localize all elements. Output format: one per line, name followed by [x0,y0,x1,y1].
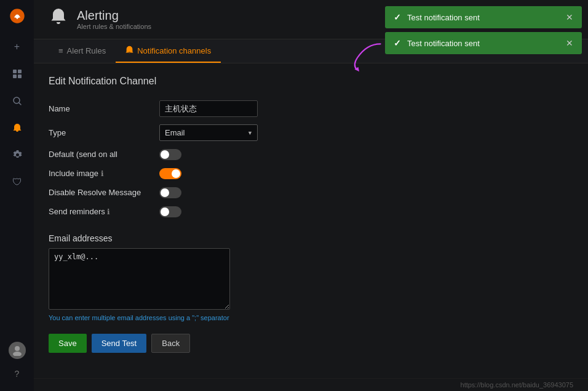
disable-resolve-toggle-container [159,183,307,202]
tab-notification-channels[interactable]: Notification channels [116,39,221,63]
notification-form: Name Type Email Slack PagerDuty Webhook … [49,97,307,221]
include-image-toggle[interactable] [159,168,181,179]
svg-point-7 [13,352,22,356]
toast-2-check-icon: ✓ [394,38,401,48]
sidebar-item-settings[interactable] [5,143,30,167]
svg-rect-3 [13,75,17,78]
send-test-button[interactable]: Send Test [92,334,147,353]
header-text: Alerting Alert rules & notifications [77,9,151,30]
toast-1: ✓ Test notification sent ✕ [385,6,582,28]
disable-resolve-label: Disable Resolve Message [49,183,159,202]
toast-1-check-icon: ✓ [394,12,401,22]
email-section: Email addresses yy_xlm@... You can enter… [49,233,233,321]
send-reminders-toggle[interactable] [159,206,181,217]
send-reminders-info-icon[interactable]: ℹ [107,208,110,216]
sidebar-item-explore[interactable] [5,89,30,113]
sidebar-item-help[interactable]: ? [5,361,30,386]
toast-1-close-icon[interactable]: ✕ [566,12,573,22]
back-button[interactable]: Back [151,334,190,353]
notification-channels-icon [125,46,133,55]
svg-point-6 [15,346,20,351]
name-input[interactable] [159,100,258,117]
include-image-info-icon[interactable]: ℹ [101,169,104,178]
page-subtitle: Alert rules & notifications [77,23,151,30]
email-addresses-label: Email addresses [49,233,233,243]
type-select[interactable]: Email Slack PagerDuty Webhook [159,124,258,141]
toast-2-message: Test notification sent [407,39,560,48]
sidebar: + 🛡 ? [0,0,34,391]
name-field-container [159,97,307,121]
send-test-label: Send Test [101,339,137,348]
sidebar-item-dashboard[interactable] [5,62,30,86]
send-reminders-label: Send reminders ℹ [49,202,159,221]
send-reminders-toggle-container [159,202,307,221]
save-button[interactable]: Save [49,334,87,353]
tab-alert-rules-label: Alert Rules [67,46,106,55]
content-area: Edit Notification Channel Name Type Emai… [34,63,588,378]
toast-container: ✓ Test notification sent ✕ ✓ Test notifi… [385,6,582,54]
email-addresses-input[interactable]: yy_xlm@... [49,248,230,310]
sidebar-bottom: ? [5,342,30,386]
footer: https://blog.csdn.net/baidu_36943075 [34,378,588,391]
alert-rules-icon: ≡ [58,46,63,55]
name-label: Name [49,97,159,121]
tab-alert-rules[interactable]: ≡ Alert Rules [49,39,116,63]
edit-section-title: Edit Notification Channel [49,76,573,87]
avatar[interactable] [9,342,26,359]
default-toggle[interactable] [159,149,181,160]
sidebar-item-shield[interactable]: 🛡 [5,170,30,195]
tab-notification-channels-label: Notification channels [137,46,211,55]
sidebar-item-alerting[interactable] [5,116,30,140]
toast-1-message: Test notification sent [407,13,560,22]
footer-url: https://blog.csdn.net/baidu_36943075 [461,381,573,389]
email-hint: You can enter multiple email addresses u… [49,314,233,321]
include-image-label: Include image ℹ [49,164,159,183]
svg-rect-4 [18,75,22,78]
button-row: Save Send Test Back [49,334,573,353]
sidebar-item-add[interactable]: + [5,34,30,59]
include-image-toggle-container [159,164,307,183]
type-label: Type [49,121,159,145]
svg-rect-1 [13,70,17,73]
toast-2-close-icon[interactable]: ✕ [566,38,573,48]
disable-resolve-toggle[interactable] [159,187,181,198]
default-label: Default (send on all [49,145,159,164]
page-title: Alerting [77,9,151,23]
svg-rect-2 [18,70,22,73]
sidebar-logo[interactable] [6,5,28,27]
main-content: ✓ Test notification sent ✕ ✓ Test notifi… [34,0,588,391]
alerting-header-icon [49,7,68,31]
toast-2: ✓ Test notification sent ✕ [385,32,582,54]
default-toggle-container [159,145,307,164]
type-field-container: Email Slack PagerDuty Webhook [159,121,307,145]
type-select-wrapper: Email Slack PagerDuty Webhook [159,124,258,141]
